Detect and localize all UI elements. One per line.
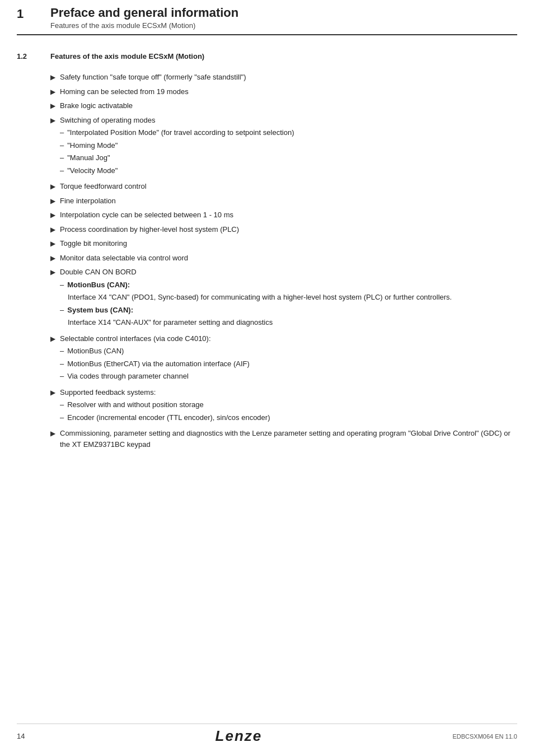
bullet-text: Torque feedforward control	[60, 181, 517, 192]
sub-dash: –	[60, 399, 64, 410]
sub-list: –Resolver with and without position stor…	[60, 399, 517, 423]
sub-description: Interface X4 "CAN" (PDO1, Sync-based) fo…	[68, 292, 517, 303]
bullet-text: Selectable control interfaces (via code …	[60, 333, 517, 384]
bullet-arrow-icon: ▶	[50, 388, 55, 398]
sub-dash: –	[60, 346, 64, 357]
header-subtitle: Features of the axis module ECSxM (Motio…	[50, 21, 238, 30]
header-text-block: Preface and general information Features…	[50, 6, 238, 30]
sub-item-row: –"Interpolated Position Mode" (for trave…	[60, 127, 517, 138]
section-number: 1.2	[17, 52, 50, 60]
sub-item-row: –Via codes through parameter channel	[60, 371, 517, 382]
sub-dash: –	[60, 127, 64, 138]
sub-dash: –	[60, 165, 64, 176]
section-heading: 1.2 Features of the axis module ECSxM (M…	[17, 52, 517, 60]
bullet-arrow-icon: ▶	[50, 253, 55, 263]
sub-text: Via codes through parameter channel	[67, 371, 189, 382]
sub-item-row: –MotionBus (CAN):	[60, 279, 517, 291]
sub-text: Encoder (incremental encoder (TTL encode…	[67, 412, 270, 423]
bullet-item: ▶Brake logic activatable	[50, 100, 517, 111]
sub-text: MotionBus (CAN):	[67, 279, 130, 291]
bullet-text: Switching of operating modes–"Interpolat…	[60, 115, 517, 178]
bullet-item: ▶Selectable control interfaces (via code…	[50, 333, 517, 384]
bullet-arrow-icon: ▶	[50, 101, 55, 111]
bullet-text: Monitor data selectable via control word	[60, 253, 517, 264]
bullet-arrow-icon: ▶	[50, 225, 55, 235]
header-title: Preface and general information	[50, 6, 238, 20]
sub-dash: –	[60, 305, 64, 316]
bullet-item: ▶Double CAN ON BORD–MotionBus (CAN):Inte…	[50, 267, 517, 330]
main-content: 1.2 Features of the axis module ECSxM (M…	[17, 35, 517, 450]
bullet-item: ▶Commissioning, parameter setting and di…	[50, 428, 517, 450]
sub-dash: –	[60, 279, 64, 291]
bullet-arrow-icon: ▶	[50, 196, 55, 206]
bullet-item: ▶Supported feedback systems:–Resolver wi…	[50, 387, 517, 425]
sub-list: –MotionBus (CAN)–MotionBus (EtherCAT) vi…	[60, 346, 517, 382]
bullet-item: ▶Torque feedforward control	[50, 181, 517, 192]
sub-dash: –	[60, 371, 64, 382]
bullet-arrow-icon: ▶	[50, 428, 55, 438]
sub-item-row: –Resolver with and without position stor…	[60, 399, 517, 410]
sub-text: MotionBus (EtherCAT) via the automation …	[67, 358, 250, 370]
document-id: EDBCSXM064 EN 11.0	[452, 733, 517, 740]
bullet-item: ▶Process coordination by higher-level ho…	[50, 224, 517, 235]
page-wrapper: 1 Preface and general information Featur…	[0, 0, 534, 756]
sub-item-row: –"Homing Mode"	[60, 140, 517, 151]
sub-item-row: –System bus (CAN):	[60, 305, 517, 316]
sub-dash: –	[60, 412, 64, 423]
chapter-number: 1	[17, 6, 50, 30]
bullet-text: Safety function "safe torque off" (forme…	[60, 72, 517, 83]
page-number: 14	[17, 732, 25, 740]
bullet-item: ▶Interpolation cycle can be selected bet…	[50, 209, 517, 221]
bullet-item: ▶Toggle bit monitoring	[50, 238, 517, 249]
sub-item-row: –MotionBus (EtherCAT) via the automation…	[60, 358, 517, 370]
sub-text: "Homing Mode"	[67, 140, 118, 151]
sub-text: MotionBus (CAN)	[67, 346, 124, 357]
bullet-text: Brake logic activatable	[60, 100, 517, 111]
sub-dash: –	[60, 358, 64, 370]
sub-item-row: –"Manual Jog"	[60, 152, 517, 164]
sub-dash: –	[60, 152, 64, 164]
bullet-text: Homing can be selected from 19 modes	[60, 86, 517, 97]
bullet-arrow-icon: ▶	[50, 334, 55, 344]
bullet-text: Toggle bit monitoring	[60, 238, 517, 249]
feature-list: ▶Safety function "safe torque off" (form…	[50, 72, 517, 450]
sub-list: –MotionBus (CAN):Interface X4 "CAN" (PDO…	[60, 279, 517, 328]
sub-dash: –	[60, 140, 64, 151]
sub-text: "Manual Jog"	[67, 152, 110, 164]
bullet-text: Process coordination by higher-level hos…	[60, 224, 517, 235]
sub-text: "Interpolated Position Mode" (for travel…	[67, 127, 294, 138]
bullet-text: Fine interpolation	[60, 195, 517, 207]
section-title: Features of the axis module ECSxM (Motio…	[50, 52, 204, 60]
sub-text: System bus (CAN):	[67, 305, 133, 316]
bullet-arrow-icon: ▶	[50, 87, 55, 97]
lenze-logo: Lenze	[216, 727, 263, 745]
bullet-item: ▶Safety function "safe torque off" (form…	[50, 72, 517, 83]
bullet-arrow-icon: ▶	[50, 210, 55, 220]
sub-item-row: –Encoder (incremental encoder (TTL encod…	[60, 412, 517, 423]
sub-item-row: –"Velocity Mode"	[60, 165, 517, 176]
bullet-text: Double CAN ON BORD–MotionBus (CAN):Inter…	[60, 267, 517, 330]
bullet-text: Commissioning, parameter setting and dia…	[60, 428, 517, 450]
sub-text: "Velocity Mode"	[67, 165, 118, 176]
sub-text: Resolver with and without position stora…	[67, 399, 204, 410]
bullet-text: Supported feedback systems:–Resolver wit…	[60, 387, 517, 425]
page-footer: 14 Lenze EDBCSXM064 EN 11.0	[17, 724, 517, 745]
bullet-item: ▶Fine interpolation	[50, 195, 517, 207]
sub-description: Interface X14 "CAN-AUX" for parameter se…	[68, 317, 517, 328]
sub-item-row: –MotionBus (CAN)	[60, 346, 517, 357]
bullet-text: Interpolation cycle can be selected betw…	[60, 209, 517, 221]
bullet-arrow-icon: ▶	[50, 267, 55, 277]
sub-list: –"Interpolated Position Mode" (for trave…	[60, 127, 517, 176]
bullet-arrow-icon: ▶	[50, 115, 55, 125]
bullet-arrow-icon: ▶	[50, 239, 55, 249]
page-header: 1 Preface and general information Featur…	[17, 0, 517, 35]
bullet-arrow-icon: ▶	[50, 181, 55, 192]
bullet-item: ▶Homing can be selected from 19 modes	[50, 86, 517, 97]
bullet-item: ▶Monitor data selectable via control wor…	[50, 253, 517, 264]
bullet-arrow-icon: ▶	[50, 72, 55, 82]
bullet-item: ▶Switching of operating modes–"Interpola…	[50, 115, 517, 178]
